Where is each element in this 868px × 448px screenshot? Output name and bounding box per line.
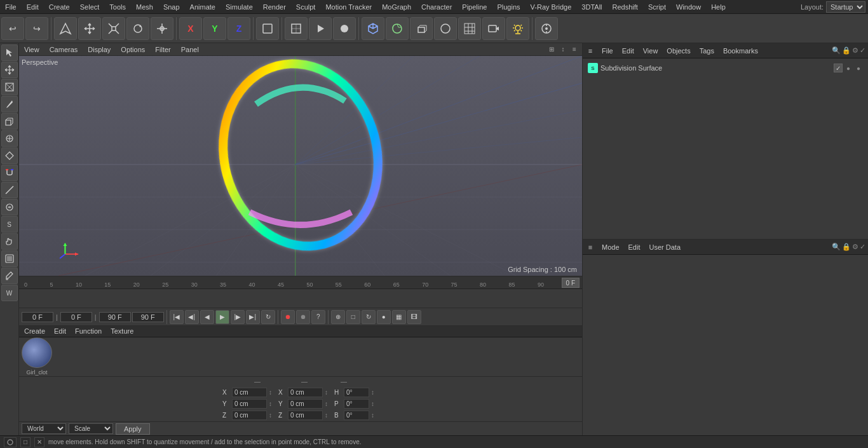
tool-pen[interactable] (1, 147, 18, 164)
go-to-start-button[interactable]: |◀ (170, 310, 184, 324)
end-frame-input-2[interactable] (132, 312, 164, 322)
y-rot-input[interactable] (288, 399, 323, 409)
menu-mograph[interactable]: MoGraph (377, 2, 416, 12)
menu-sculpt[interactable]: Sculpt (291, 2, 321, 12)
menu-window[interactable]: Window (671, 2, 706, 12)
mat-menu-texture[interactable]: Texture (108, 326, 136, 336)
axis-y-button[interactable]: Y (203, 17, 226, 40)
b-input[interactable] (344, 411, 369, 420)
obj-render-dot-icon[interactable]: ● (854, 64, 863, 72)
obj-lock-icon[interactable]: 🔒 (842, 46, 851, 55)
tool-extrude[interactable] (1, 113, 18, 130)
menu-simulate[interactable]: Simulate (220, 2, 258, 12)
attr-menu-userdata[interactable]: User Data (647, 242, 684, 252)
attr-search-icon[interactable]: 🔍 (832, 243, 841, 251)
end-frame-input-1[interactable] (99, 312, 131, 322)
menu-animate[interactable]: Animate (185, 2, 220, 12)
object-mode-button[interactable] (256, 17, 279, 40)
motion-mode-button[interactable]: ⊕ (331, 310, 345, 324)
vp-menu-panel[interactable]: Panel (179, 44, 201, 55)
obj-checkmark-icon[interactable]: ✓ (834, 64, 843, 72)
redo-button[interactable]: ↪ (25, 17, 48, 40)
step-forward-button[interactable]: |▶ (231, 310, 245, 324)
viewport-expand-icon[interactable]: ⊞ (546, 44, 557, 55)
x-pos-input[interactable] (232, 388, 267, 397)
menu-pipeline[interactable]: Pipeline (457, 2, 492, 12)
mode-select-button[interactable] (54, 17, 77, 40)
attr-menu-edit[interactable]: Edit (626, 242, 643, 252)
obj-menu-tags[interactable]: Tags (697, 46, 717, 56)
menu-snap[interactable]: Snap (158, 2, 185, 12)
menu-file[interactable]: File (0, 2, 22, 12)
world-dropdown[interactable]: World (22, 423, 66, 434)
vp-menu-cameras[interactable]: Cameras (47, 44, 81, 55)
tool-knife[interactable] (1, 96, 18, 112)
cube-button[interactable] (362, 17, 384, 40)
extrude-button[interactable] (410, 17, 433, 40)
film-button[interactable]: 🎞 (407, 310, 421, 324)
viewport[interactable]: Perspective Grid Spacing : 100 cm (19, 56, 582, 276)
attr-lock-icon[interactable]: 🔒 (842, 243, 851, 251)
menu-tools[interactable]: Tools (104, 2, 131, 12)
x-rot-input[interactable] (288, 388, 323, 397)
rotation-mode-button[interactable]: ↻ (362, 310, 376, 324)
obj-vis-dot-icon[interactable]: ● (844, 64, 853, 72)
menu-motion-tracker[interactable]: Motion Tracker (320, 2, 377, 12)
pen-tool-button[interactable] (386, 17, 409, 40)
tool-fill[interactable] (1, 250, 18, 267)
tool-select[interactable] (1, 44, 18, 61)
tool-smooth[interactable]: S (1, 216, 18, 233)
play-button[interactable]: ▶ (215, 310, 229, 324)
render-view-button[interactable] (309, 17, 332, 40)
menu-create[interactable]: Create (44, 2, 75, 12)
go-to-end-button[interactable]: ▶| (246, 310, 260, 324)
mat-menu-function[interactable]: Function (72, 326, 104, 336)
tool-weight[interactable]: W (1, 285, 18, 301)
viewport-settings-icon[interactable]: ≡ (569, 44, 580, 55)
attr-close-icon[interactable]: ✓ (860, 243, 865, 251)
move-tool-button[interactable] (78, 17, 101, 40)
scale-tool-button[interactable] (102, 17, 125, 40)
vp-menu-filter[interactable]: Filter (153, 44, 173, 55)
menu-render[interactable]: Render (258, 2, 291, 12)
obj-menu-view[interactable]: View (641, 46, 661, 56)
obj-menu-edit[interactable]: Edit (620, 46, 637, 56)
axis-z-button[interactable]: Z (227, 17, 250, 40)
tool-face[interactable] (1, 79, 18, 95)
grid2-button[interactable]: ▦ (392, 310, 406, 324)
obj-menu-bookmarks[interactable]: Bookmarks (721, 46, 761, 56)
transform-tool-button[interactable] (151, 17, 173, 40)
status-icon-3[interactable]: ✕ (34, 437, 44, 447)
material-item-girl-clot[interactable]: Girl_clot (22, 337, 52, 376)
obj-menu-file[interactable]: File (599, 46, 616, 56)
menu-help[interactable]: Help (706, 2, 731, 12)
menu-character[interactable]: Character (416, 2, 457, 12)
light-button[interactable] (506, 17, 529, 40)
axis-x-button[interactable]: X (179, 17, 202, 40)
mat-menu-edit[interactable]: Edit (51, 326, 69, 336)
object-item-subdivision[interactable]: S Subdivision Surface ✓ ● ● (585, 61, 865, 75)
z-pos-input[interactable] (232, 411, 267, 420)
obj-close-icon[interactable]: ✓ (860, 46, 865, 55)
z-rot-input[interactable] (288, 411, 323, 420)
loop-button[interactable]: ↻ (261, 310, 275, 324)
grid-button[interactable] (458, 17, 481, 40)
vp-menu-options[interactable]: Options (118, 44, 147, 55)
obj-settings-icon[interactable]: ⚙ (852, 46, 858, 55)
key-mode-button[interactable]: □ (346, 310, 360, 324)
obj-search-icon[interactable]: 🔍 (832, 46, 841, 55)
tool-move[interactable] (1, 62, 18, 78)
status-icon-1[interactable] (4, 437, 17, 447)
render-active-button[interactable] (333, 17, 356, 40)
y-pos-input[interactable] (232, 399, 267, 409)
tool-grab[interactable] (1, 233, 18, 250)
current-frame-input[interactable] (60, 312, 92, 322)
render-region-button[interactable] (285, 17, 308, 40)
sphere-button[interactable] (434, 17, 457, 40)
pivot-button[interactable]: ● (377, 310, 391, 324)
h-input[interactable] (344, 388, 369, 397)
viewport-maximize-icon[interactable]: ↕ (558, 44, 568, 55)
tool-slide[interactable] (1, 130, 18, 147)
scale-dropdown[interactable]: Scale (69, 423, 113, 434)
menu-edit[interactable]: Edit (22, 2, 44, 12)
